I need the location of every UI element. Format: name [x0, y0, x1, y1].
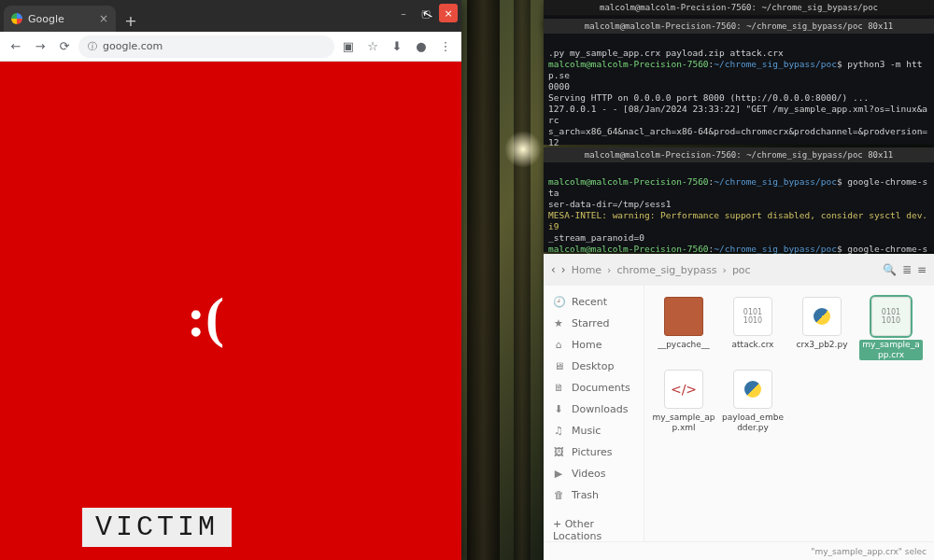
sidebar-item-label: Pictures	[572, 446, 613, 458]
sidebar-item-label: Downloads	[572, 403, 628, 415]
sidebar-item-trash[interactable]: 🗑Trash	[544, 484, 644, 506]
sidebar-item-videos[interactable]: ▶Videos	[544, 463, 644, 484]
terminal-window-2[interactable]: malcolm@malcolm-Precision-7560: ~/chrome…	[544, 147, 934, 252]
sidebar-item-documents[interactable]: 🗎Documents	[544, 377, 644, 399]
chrome-menu-icon[interactable]: ⋮	[435, 36, 456, 57]
file-name: attack.crx	[732, 340, 774, 350]
terminal-0-title: malcolm@malcolm-Precision-7560: ~/chrome…	[544, 0, 934, 15]
url-text: google.com	[103, 40, 163, 52]
nav-back-icon[interactable]: ←	[6, 36, 26, 57]
terminal-2-title: malcolm@malcolm-Precision-7560: ~/chrome…	[544, 147, 934, 162]
window-close-icon[interactable]: ×	[439, 4, 458, 22]
breadcrumb[interactable]: Home› chrome_sig_bypass› poc	[572, 264, 877, 276]
file-name: _​_​pycache_​_​	[658, 340, 710, 350]
file-name: payload_​embedder.py	[721, 413, 785, 433]
term1-prompt-user: malcolm@malcolm-Precision-7560	[548, 59, 709, 69]
new-tab-button[interactable]: +	[120, 9, 142, 32]
term2-prompt-user: malcolm@malcolm-Precision-7560	[548, 176, 709, 187]
term1-line1: .py my_sample_app.crx payload.zip attack…	[548, 48, 784, 58]
term1-prompt-path: ~/chrome_sig_bypass/poc	[714, 59, 837, 69]
sidebar-item-label: Music	[572, 425, 601, 437]
term1-line3: Serving HTTP on 0.0.0.0 port 8000 (http:…	[548, 92, 869, 103]
crumb-0[interactable]: Home	[572, 264, 601, 276]
folder-icon	[664, 297, 703, 336]
py-icon	[733, 370, 772, 409]
file-name: my_​sample_​app.xml	[652, 413, 715, 433]
term1-line4: 127.0.0.1 - - [08/Jan/2024 23:33:22] "GE…	[548, 104, 927, 125]
files-nav-back[interactable]: ‹	[551, 263, 556, 276]
sidebar-item-label: Documents	[572, 382, 630, 394]
py-icon	[802, 297, 842, 336]
terminal-window-1[interactable]: malcolm@malcolm-Precision-7560: ~/chrome…	[544, 19, 934, 145]
documents-icon: 🗎	[553, 382, 564, 394]
bin-icon: 0101 1010	[871, 297, 911, 336]
term2-line3: MESA-INTEL: warning: Performance support…	[548, 210, 927, 231]
files-nav-forward[interactable]: ›	[561, 263, 566, 276]
file-name: crx3_​pb2.py	[796, 340, 847, 350]
downloads-icon[interactable]: ⬇	[387, 36, 407, 57]
chrome-tabstrip[interactable]: Google × + – ▢ ×	[0, 0, 461, 32]
file-manager-sidebar: 🕘Recent★Starred⌂Home🖥Desktop🗎Documents⬇D…	[544, 286, 644, 541]
sidebar-item-pictures[interactable]: 🖼Pictures	[544, 441, 644, 463]
sidebar-item-music[interactable]: ♫Music	[544, 420, 644, 441]
window-minimize-icon[interactable]: –	[394, 4, 413, 22]
files-menu-icon[interactable]: ≡	[917, 263, 927, 276]
videos-icon: ▶	[553, 468, 564, 480]
profile-avatar-icon[interactable]: ●	[411, 36, 432, 57]
nav-reload-icon[interactable]: ⟳	[54, 36, 75, 57]
chrome-window[interactable]: Google × + – ▢ × ← → ⟳ ⓘ google.com ▣ ☆ …	[0, 0, 461, 560]
crumb-1[interactable]: chrome_sig_bypass	[617, 264, 717, 276]
file-crx3-pb2-py[interactable]: crx3_​pb2.py	[790, 297, 854, 360]
sidebar-item-recent[interactable]: 🕘Recent	[544, 291, 644, 313]
terminal-1-title: malcolm@malcolm-Precision-7560: ~/chrome…	[544, 19, 934, 34]
chrome-tab-google[interactable]: Google ×	[4, 6, 116, 32]
file-manager-window[interactable]: ‹ › Home› chrome_sig_bypass› poc 🔍 ≣ ≡ 🕘…	[544, 254, 934, 560]
file-my-sample-app-crx[interactable]: 0101 1010my_​sample_​app.crx	[859, 297, 923, 360]
sidebar-item-starred[interactable]: ★Starred	[544, 313, 644, 334]
site-info-icon[interactable]: ⓘ	[88, 40, 97, 53]
files-list-view-icon[interactable]: ≣	[902, 263, 912, 276]
crumb-2[interactable]: poc	[732, 264, 751, 276]
file-my-sample-app-xml[interactable]: </>my_​sample_​app.xml	[652, 370, 715, 433]
page-content[interactable]: :( VICTIM	[0, 62, 461, 560]
bookmark-star-icon[interactable]: ☆	[362, 36, 383, 57]
chrome-toolbar: ← → ⟳ ⓘ google.com ▣ ☆ ⬇ ● ⋮	[0, 32, 461, 62]
nav-forward-icon[interactable]: →	[30, 36, 50, 57]
file-grid[interactable]: _​_​pycache_​_​0101 1010attack.crxcrx3_​…	[644, 286, 934, 541]
sidebar-item-desktop[interactable]: 🖥Desktop	[544, 356, 644, 377]
term1-line5: s_arch=x86_64&nacl_arch=x86-64&prod=chro…	[548, 126, 927, 147]
sidebar-item-downloads[interactable]: ⬇Downloads	[544, 399, 644, 420]
sidebar-item-label: Recent	[572, 296, 607, 308]
desktop-icon: 🖥	[553, 360, 564, 372]
victim-label: VICTIM	[82, 508, 232, 547]
home-icon: ⌂	[553, 339, 564, 351]
address-bar[interactable]: ⓘ google.com	[78, 35, 334, 58]
sidebar-item-home[interactable]: ⌂Home	[544, 334, 644, 356]
term2-prompt2-user: malcolm@malcolm-Precision-7560	[548, 244, 709, 254]
sidebar-item-label: Starred	[572, 317, 609, 329]
xml-icon: </>	[664, 370, 703, 409]
bin-icon: 0101 1010	[733, 297, 772, 336]
bg-sunlight	[504, 131, 542, 168]
term2-prompt-path: ~/chrome_sig_bypass/poc	[714, 176, 837, 187]
sidebar-item-label: Desktop	[572, 360, 614, 372]
file-manager-toolbar: ‹ › Home› chrome_sig_bypass› poc 🔍 ≣ ≡	[544, 254, 934, 286]
recent-icon: 🕘	[553, 296, 564, 308]
file-payload-embedder-py[interactable]: payload_​embedder.py	[721, 370, 785, 433]
sidebar-item-label: Trash	[572, 489, 599, 501]
sidebar-item-label: Home	[572, 339, 601, 351]
term2-line2: ser-data-dir=/tmp/sess1	[548, 199, 672, 209]
file-attack-crx[interactable]: 0101 1010attack.crx	[721, 297, 785, 360]
term2-prompt2-path: ~/chrome_sig_bypass/poc	[714, 244, 837, 254]
sad-face-text: :(	[187, 286, 224, 350]
term2-line4: _stream_paranoid=0	[548, 232, 644, 243]
extensions-icon[interactable]: ▣	[338, 36, 359, 57]
tab-title: Google	[28, 13, 64, 25]
file--pycache-[interactable]: _​_​pycache_​_​	[652, 297, 715, 360]
bg-tree-1	[467, 0, 500, 560]
downloads-icon: ⬇	[553, 403, 564, 415]
file-name: my_​sample_​app.crx	[859, 340, 923, 360]
tab-close-icon[interactable]: ×	[99, 12, 108, 25]
files-search-icon[interactable]: 🔍	[883, 263, 897, 276]
trash-icon: 🗑	[553, 489, 564, 501]
